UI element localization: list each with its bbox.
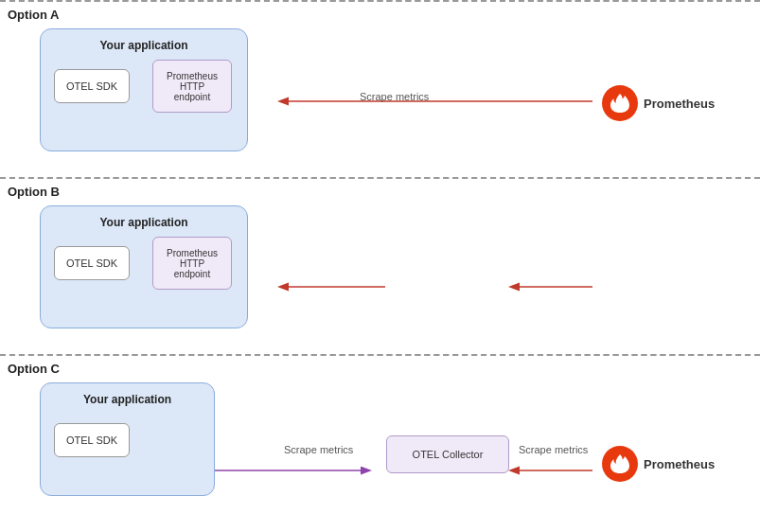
prom-endpoint-a: PrometheusHTTPendpoint	[152, 60, 232, 113]
prometheus-a-label: Prometheus	[644, 97, 715, 111]
option-a-section: Option A Your application OTEL SDK Prome…	[0, 0, 760, 177]
app-box-a-label: Your application	[99, 39, 187, 52]
prometheus-icon-a	[602, 85, 638, 121]
top-border	[0, 0, 760, 2]
app-box-c-label: Your application	[83, 393, 171, 406]
app-box-b-label: Your application	[99, 216, 187, 229]
app-box-b: Your application OTEL SDK PrometheusHTTP…	[40, 205, 248, 328]
otel-sdk-a: OTEL SDK	[54, 69, 130, 103]
app-box-c: Your application OTEL SDK	[40, 382, 215, 496]
flame-icon-a	[609, 92, 631, 115]
otel-sdk-c: OTEL SDK	[54, 423, 130, 457]
option-b-label: Option B	[8, 185, 60, 199]
option-c-section: Option C Your application OTEL SDK Push …	[0, 354, 760, 532]
option-a-label: Option A	[8, 8, 59, 22]
option-c-label: Option C	[8, 362, 60, 376]
app-box-a: Your application OTEL SDK PrometheusHTTP…	[40, 28, 248, 151]
scrape-label-a: Scrape metrics	[360, 91, 429, 102]
prometheus-a: Prometheus	[602, 85, 715, 121]
otel-sdk-b: OTEL SDK	[54, 246, 130, 280]
prom-endpoint-b: PrometheusHTTPendpoint	[152, 237, 232, 290]
diagram-container: Option A Your application OTEL SDK Prome…	[0, 0, 760, 532]
option-b-section: Option B Your application OTEL SDK Prome…	[0, 177, 760, 354]
